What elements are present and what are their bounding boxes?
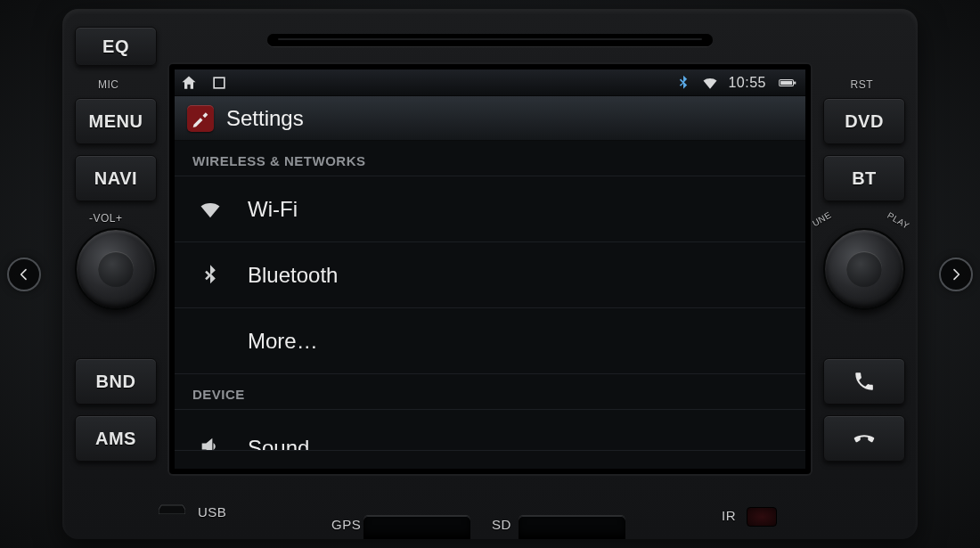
svg-rect-2 [794, 81, 796, 84]
row-label: More… [248, 329, 318, 354]
section-device-header: DEVICE [175, 374, 805, 410]
row-label: Bluetooth [248, 263, 338, 288]
rst-label: RST [851, 78, 874, 91]
clock: 10:55 [728, 75, 766, 91]
ams-button[interactable]: AMS [75, 415, 157, 462]
app-title-bar: Settings [175, 96, 805, 141]
vol-label: -VOL+ [89, 212, 123, 225]
settings-app-icon [187, 105, 214, 132]
settings-row-more[interactable]: More… [175, 308, 805, 374]
bnd-button[interactable]: BND [75, 358, 157, 405]
phone-hangup-icon [851, 425, 878, 452]
bluetooth-status-icon [674, 74, 692, 92]
tune-knob[interactable] [823, 228, 905, 310]
home-soft-icon[interactable] [180, 74, 198, 92]
usb-port-label: USB [198, 504, 226, 519]
usb-port-icon [159, 502, 185, 514]
head-unit-chassis: MIC EQ MENU NAVI -VOL+ BND AMS RST DVD B… [62, 9, 918, 539]
status-bar: 10:55 [175, 70, 805, 96]
gallery-prev[interactable] [7, 258, 41, 291]
svg-rect-0 [214, 78, 225, 88]
gps-port-label: GPS [331, 517, 361, 532]
play-label: PLAY [886, 210, 911, 231]
disc-slot[interactable] [267, 34, 713, 46]
sd-port-label: SD [492, 517, 511, 532]
sd-card-slot[interactable] [519, 516, 625, 539]
wifi-status-icon [701, 74, 719, 92]
gallery-next[interactable] [939, 258, 973, 291]
settings-row-bluetooth[interactable]: Bluetooth [175, 242, 805, 308]
volume-knob[interactable] [75, 228, 157, 310]
eq-button[interactable]: EQ [75, 27, 157, 66]
app-title: Settings [226, 106, 304, 131]
gps-card-slot[interactable] [363, 516, 470, 539]
dvd-button[interactable]: DVD [823, 98, 905, 144]
phone-hangup-button[interactable] [823, 415, 905, 462]
row-label: Wi-Fi [248, 197, 298, 222]
mic-label: MIC [98, 78, 119, 91]
menu-button[interactable]: MENU [75, 98, 157, 144]
sound-icon [196, 432, 225, 451]
section-wireless-header: WIRELESS & NETWORKS [175, 141, 805, 176]
settings-row-wifi[interactable]: Wi-Fi [175, 176, 805, 242]
bt-button[interactable]: BT [823, 155, 905, 201]
svg-rect-3 [780, 80, 792, 84]
wifi-icon [196, 195, 225, 224]
settings-list[interactable]: WIRELESS & NETWORKS Wi-Fi Bluetooth More… [175, 141, 805, 469]
navi-button[interactable]: NAVI [75, 155, 157, 201]
row-label: Sound [248, 436, 309, 451]
ir-window [747, 507, 777, 527]
phone-answer-button[interactable] [823, 358, 905, 405]
bluetooth-icon [196, 261, 225, 290]
ir-port-label: IR [722, 508, 736, 523]
phone-icon [853, 370, 876, 393]
display: 10:55 Settings WIRELESS & NETWORKS Wi-Fi [169, 64, 811, 474]
recent-apps-icon[interactable] [210, 74, 228, 92]
settings-row-sound[interactable]: Sound [175, 410, 805, 451]
battery-status-icon [775, 74, 800, 92]
